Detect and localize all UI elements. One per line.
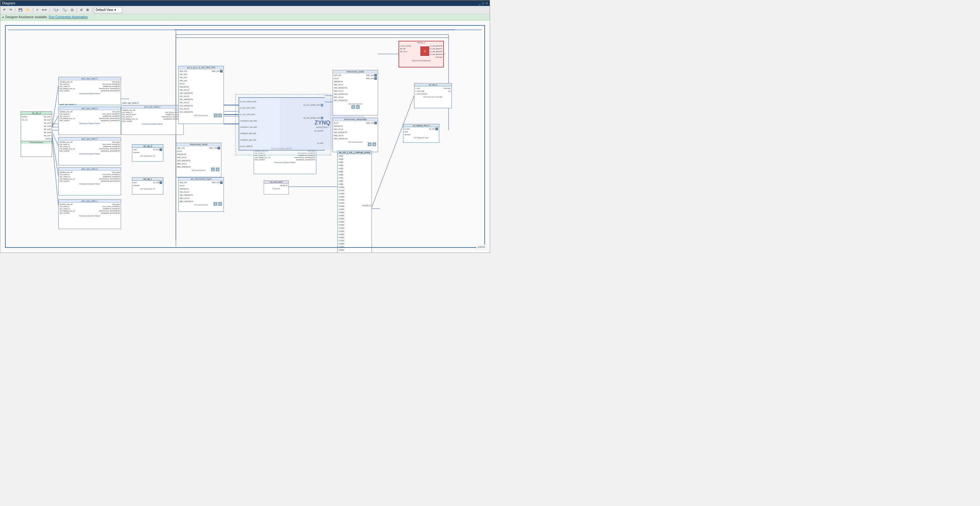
interconnect-axifull-block[interactable]: interconnect_axifull S00_AXI ACLK ARESET…: [176, 143, 221, 177]
port-clk-out4: clk_out4: [44, 125, 51, 128]
view-label: Default View: [95, 8, 113, 11]
proc-sys-reset-5-block[interactable]: proc_sys_reset_5 slowest_sys_clk ext_res…: [58, 137, 121, 165]
psr5-p5: dcm_locked: [60, 150, 75, 152]
psr5-p1: slowest_sys_clk: [60, 141, 75, 143]
diagram-area[interactable]: clk_wiz_0 resetn clk_in1 clk_out1 clk_ou…: [0, 21, 490, 252]
psr1-p2: ext_reset_in: [60, 206, 75, 208]
psr1-q3: peripheral_reset(0:0): [99, 208, 120, 209]
psr0-p6: dcm_locked: [122, 120, 138, 122]
psr4-p3: aux_reset_in: [60, 115, 75, 117]
refresh-btn[interactable]: ↺: [78, 7, 84, 13]
designer-message: Designer Assistance available.: [5, 15, 48, 19]
run-connection-automation[interactable]: Run Connection Automation: [49, 15, 88, 19]
port-clk-out1: clk_out1: [44, 115, 51, 118]
psr1-p3: aux_reset_in: [60, 208, 75, 209]
psr4-p1: slowest_sys_clk: [60, 111, 75, 113]
axi-vip-1-block[interactable]: axi_vip_1 aclk aresetn M_AXI + AXI Verif…: [132, 177, 163, 195]
psr0-p3: bus_struct_reset: [122, 113, 138, 115]
psr6-q4: interconnect_aresetn(0:0): [99, 178, 120, 180]
port-clk-out6: clk_out6: [44, 131, 51, 134]
psr0-p2: ext_reset_in: [122, 111, 138, 113]
psr3-port-ext-reset: ext_reset_in: [60, 83, 75, 85]
close-btn[interactable]: ×: [486, 2, 488, 5]
psr0-type-label: Processor System Reset: [121, 123, 183, 125]
psr3-port-intc: interconnect_aresetn(0:0): [99, 88, 120, 89]
psr3-port-aux-reset: aux_reset_in: [60, 85, 75, 87]
axi-vip-1-title: axi_vip_1: [132, 177, 163, 181]
zoom-in-btn[interactable]: 🔍+: [51, 7, 60, 13]
axi-ic-hpc0-block[interactable]: axi_interconnect_hpc0 S00_AXI ACLK ARESE…: [178, 177, 224, 212]
axi-ic-hp0-block[interactable]: axi_ic_ps_e_S_AXI_HP0_FPD S00_AXI S01_AX…: [178, 66, 224, 124]
connect-btn[interactable]: ⟷: [40, 7, 48, 13]
open-btn[interactable]: 📁: [24, 7, 31, 13]
proc-sys-reset-0-block[interactable]: proc_sys_reset_0 slowest_sys_clk ext_res…: [121, 105, 184, 135]
psr0-p4: ext_reset_in: [122, 116, 138, 118]
svg-rect-13: [8, 29, 482, 30]
concat-block[interactable]: axi_intc_0_intr_1_interrupt_concat in0[0…: [337, 150, 372, 252]
psr5-q3: peripheral_reset(0:0): [99, 145, 120, 147]
psr6-q1: mb_reset: [99, 171, 120, 173]
clk-wiz-0-block[interactable]: clk_wiz_0 resetn clk_in1 clk_out1 clk_ou…: [21, 111, 52, 157]
toolbar: ↶ ↷ 💾 📁 + ⟷ 🔍+ 🔍- ⊡ ↺ ⚙ Default View ▾: [0, 6, 490, 14]
title-bar-controls: _ □ ×: [479, 2, 488, 5]
psr1-q5: peripheral_aresetn(0:0): [99, 212, 120, 214]
psr5-q5: peripheral_aresetn(0:0): [99, 150, 120, 152]
psr1-p5: dcm_locked: [60, 212, 75, 214]
add-btn[interactable]: +: [35, 7, 40, 13]
svg-line-21: [52, 132, 58, 146]
proc-sys-reset-1-block[interactable]: proc_sys_reset_1 slowest_sys_clk ext_res…: [58, 199, 121, 229]
psr4-instance-label: proc_sys_reset_4: [59, 107, 121, 110]
proc-sys-reset-3-block[interactable]: proc_sys_reset_3 slowest_sys_clk ext_res…: [58, 77, 121, 105]
psr3-port-mb-debug: mb_debug_sys_rst: [60, 88, 75, 89]
undo-btn[interactable]: ↶: [2, 7, 7, 13]
interconnect-axifull-title: interconnect_axifull: [176, 143, 221, 146]
psr5-q4: interconnect_aresetn(0:0): [99, 148, 120, 150]
psr0-instance-label: proc_sys_reset_0: [121, 105, 183, 109]
psr1-q2: bus_struct_reset(0:0): [99, 206, 120, 208]
psr0-parent-label: proc_sys_reset_0: [123, 102, 138, 104]
axi-reg-slice-0-block[interactable]: axi_register_slice_0 S_AXI aclk aresetn …: [403, 124, 439, 143]
designer-bar: ● Designer Assistance available. Run Con…: [0, 14, 490, 21]
proc-sys-reset-4-block[interactable]: proc_sys_reset_4 slowest_sys_clk ext_res…: [58, 107, 121, 135]
fit-btn[interactable]: ⊡: [69, 7, 75, 13]
axi-intc-0-block[interactable]: axi_intc_0 s_axi s_axi_aclk s_axi_areset…: [414, 83, 452, 108]
axi-ic-hpc0-title: axi_interconnect_hpc0: [179, 177, 224, 181]
interconnect-axilite-block[interactable]: interconnect_axilite S00_AXI ACLK ARESET…: [332, 70, 378, 115]
psr5-q2: bus_struct_reset(0:0): [99, 144, 120, 145]
proc-sys-reset-6-block[interactable]: proc_sys_reset_6 slowest_sys_clk ext_res…: [58, 167, 121, 195]
zoom-indicator: 100%: [476, 244, 487, 249]
save-btn[interactable]: 💾: [17, 7, 24, 13]
view-dropdown[interactable]: Default View ▾: [94, 7, 122, 13]
psr5-p4: mb_debug_sys_rst: [60, 148, 75, 150]
maximize-btn[interactable]: □: [482, 2, 484, 5]
psr2-type-label: Processor System Reset: [254, 161, 316, 164]
port-clk-in1: clk_in1: [22, 118, 28, 121]
interconnect-axihpm0fpd-block[interactable]: interconnect_axihpm0fpd ACLK ARESETN S00…: [332, 118, 378, 152]
psr4-q2: bus_struct_reset(0:0): [99, 113, 120, 115]
skynet-subtitle: Skynet (Pre-Production): [399, 59, 443, 62]
axi-vip-0-block[interactable]: axi_vip_0 aclk aresetn M_AXI + AXI Verif…: [132, 144, 163, 161]
interconnect-axihpm0fpd-title: interconnect_axihpm0fpd: [333, 118, 378, 121]
irq-const-block[interactable]: irq_const_tleof dout[0:0] Constant: [264, 180, 289, 195]
psr6-type-label: Processor System Reset: [59, 183, 121, 185]
psr4-q3: peripheral_reset(0:0): [99, 115, 120, 117]
settings-btn[interactable]: ⚙: [84, 7, 91, 13]
psr5-p3: aux_reset_in: [60, 145, 75, 147]
psr5-type-label: Processor System Reset: [59, 152, 121, 155]
psr2-q4: interconnect_aresetn(0:0): [294, 156, 315, 158]
minimize-btn[interactable]: _: [479, 2, 480, 5]
svg-line-19: [52, 86, 58, 127]
psr4-q5: peripheral_aresetn(0:0): [99, 120, 120, 121]
psr3-port-dcm: dcm_locked: [60, 90, 75, 92]
psr0-p5: mb_debug_sys_rst: [122, 118, 138, 120]
psr2-p5: dcm_locked: [255, 159, 270, 161]
axi-ic-hp0-title: axi_ic_ps_e_S_AXI_HP0_FPD: [179, 66, 224, 69]
zoom-out-btn[interactable]: 🔍-: [61, 7, 68, 13]
interconnect-axilite-title: interconnect_axilite: [333, 70, 378, 73]
title-bar-left: Diagram: [2, 1, 15, 5]
psr4-q1: mb_reset: [99, 111, 120, 113]
redo-btn[interactable]: ↷: [8, 7, 13, 13]
interconnect-axilite-footer: AXI Interconnect: [333, 102, 378, 105]
const-title: irq_const_tleof: [264, 181, 288, 184]
port-clk-out3: clk_out3: [44, 122, 51, 125]
